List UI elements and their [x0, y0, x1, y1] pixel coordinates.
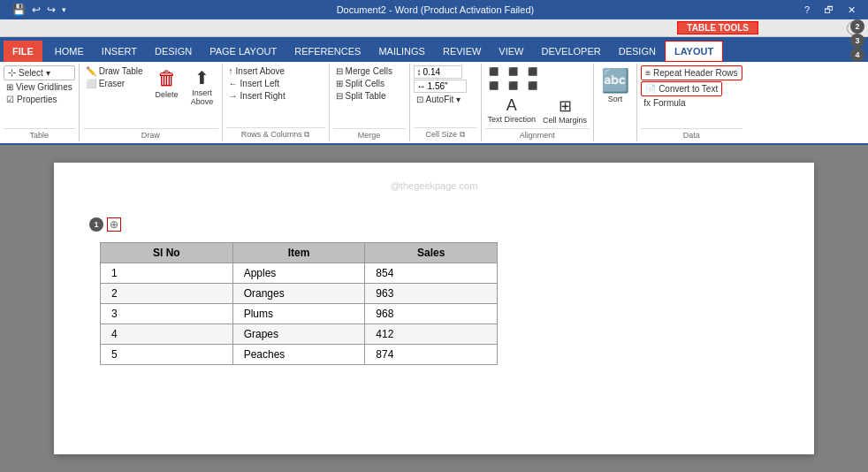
split-cells-icon: ⊞: [336, 79, 343, 88]
watermark: @thegeekpage.com: [391, 180, 478, 191]
autofit-button[interactable]: ⊡ AutoFit ▾: [414, 94, 463, 105]
customize-btn[interactable]: ▾: [60, 5, 68, 14]
merge-cells-icon: ⊟: [336, 66, 343, 76]
alignment-group-label: Alignment: [485, 128, 590, 140]
draw-table-button[interactable]: ✏️ Draw Table: [83, 65, 146, 77]
restore-btn[interactable]: 🗗: [819, 4, 839, 16]
insert-above-small-icon: ↑: [229, 66, 233, 76]
cell-item: Grapes: [232, 324, 365, 345]
split-cells-button[interactable]: ⊞ Split Cells: [333, 78, 387, 89]
cell-item: Peaches: [232, 345, 365, 365]
draw-table-icon: ✏️: [86, 66, 96, 76]
ribbon-group-data: ≡ Repeat Header Rows 📄 Convert to Text f…: [637, 64, 745, 141]
tab-layout[interactable]: LAYOUT: [665, 41, 723, 62]
text-direction-button[interactable]: A Text Direction: [485, 95, 539, 126]
tab-insert[interactable]: INSERT: [93, 41, 146, 62]
ribbon-group-merge: ⊟ Merge Cells ⊞ Split Cells ⊟ Split Tabl…: [330, 64, 410, 141]
quick-access-toolbar[interactable]: 💾 ↩ ↪ ▾: [7, 0, 72, 19]
table-row: 5 Peaches 874: [101, 345, 498, 365]
cell-item: Apples: [232, 263, 365, 284]
align-middle-left-button[interactable]: ⬛: [485, 80, 503, 92]
align-middle-center-button[interactable]: ⬛: [505, 80, 522, 92]
ribbon-group-cell-size: ↕ ↔ ⊡ AutoFit ▾ Cell Size ⧉: [410, 64, 482, 141]
cell-sl: 4: [101, 324, 233, 345]
insert-right-button[interactable]: → Insert Right: [226, 90, 288, 102]
window-title: Document2 - Word (Product Activation Fai…: [72, 4, 799, 15]
cell-sales: 963: [365, 284, 498, 304]
align-top-right-button[interactable]: ⬛: [524, 65, 542, 78]
tab-home[interactable]: HOME: [46, 41, 93, 62]
cell-sales: 412: [365, 324, 498, 345]
tab-view[interactable]: VIEW: [490, 41, 532, 62]
eraser-icon: ⬜: [86, 79, 96, 88]
align-top-center-button[interactable]: ⬛: [505, 65, 522, 78]
cell-margins-button[interactable]: ⊞ Cell Margins: [540, 95, 590, 126]
table-row: 1 Apples 854: [101, 263, 498, 284]
cell-item: Plums: [232, 304, 365, 324]
merge-cells-button[interactable]: ⊟ Merge Cells: [333, 65, 395, 77]
ribbon-group-rows-columns: ↑ Insert Above ← Insert Left → Insert Ri…: [223, 64, 330, 141]
tab-mailings[interactable]: MAILINGS: [369, 41, 434, 62]
delete-button[interactable]: 🗑 Delete: [151, 65, 183, 101]
header-sales: Sales: [365, 243, 498, 263]
autofit-icon: ⊡: [416, 95, 423, 104]
properties-button[interactable]: ☑ Properties: [4, 94, 75, 105]
data-group-label: Data: [641, 128, 742, 140]
tab-review[interactable]: REVIEW: [434, 41, 490, 62]
table-move-handle[interactable]: ⊕: [107, 217, 121, 232]
tab-references[interactable]: REFERENCES: [286, 41, 369, 62]
select-icon: ⊹: [8, 67, 16, 79]
table-tools-label: TABLE TOOLS: [677, 21, 758, 34]
split-table-icon: ⊟: [336, 91, 343, 101]
formula-button[interactable]: fx Formula: [641, 97, 688, 109]
cell-sl: 1: [101, 263, 233, 284]
sort-icon: 🔤: [601, 67, 629, 95]
eraser-button[interactable]: ⬜ Eraser: [83, 78, 146, 89]
gridlines-icon: ⊞: [6, 82, 13, 92]
select-button[interactable]: ⊹ Select ▾: [4, 65, 75, 80]
data-table: Sl No Item Sales 1 Apples 854 2 Oranges …: [100, 242, 498, 365]
insert-above-icon: ⬆: [194, 67, 209, 88]
document-page: @thegeekpage.com 1 ⊕ Sl No Item Sales 1 …: [54, 163, 814, 454]
redo-btn[interactable]: ↪: [45, 4, 57, 16]
formula-icon: fx: [643, 98, 651, 108]
ribbon-group-sort: 🔤 Sort: [594, 64, 637, 141]
close-btn[interactable]: ✕: [842, 4, 861, 16]
ribbon: ⊹ Select ▾ ⊞ View Gridlines ☑ Properties…: [0, 62, 868, 145]
help-icon[interactable]: ?: [847, 21, 861, 35]
save-btn[interactable]: 💾: [11, 4, 27, 16]
draw-group-label: Draw: [83, 128, 218, 140]
table-row: 3 Plums 968: [101, 304, 498, 324]
insert-above-button[interactable]: ⬆ InsertAbove: [187, 65, 218, 108]
header-sl-no: Sl No: [101, 243, 233, 263]
insert-left-button[interactable]: ← Insert Left: [226, 78, 282, 89]
repeat-header-rows-button[interactable]: ≡ Repeat Header Rows: [641, 65, 742, 80]
align-top-left-button[interactable]: ⬛: [485, 65, 503, 78]
ribbon-group-alignment: ⬛ ⬛ ⬛ ⬛ ⬛ ⬛ A Text Direction ⊞ Ce: [482, 64, 595, 141]
repeat-header-icon: ≡: [645, 68, 651, 78]
insert-above-small-button[interactable]: ↑ Insert Above: [226, 65, 288, 77]
cell-sales: 854: [365, 263, 498, 284]
delete-icon: 🗑: [157, 67, 177, 90]
view-gridlines-button[interactable]: ⊞ View Gridlines: [4, 81, 75, 93]
tab-design[interactable]: DESIGN: [146, 41, 201, 62]
align-middle-right-button[interactable]: ⬛: [524, 80, 542, 92]
table-group-label: Table: [4, 128, 75, 140]
table-row: 4 Grapes 412: [101, 324, 498, 345]
ribbon-tabs: FILE HOME INSERT DESIGN PAGE LAYOUT REFE…: [0, 37, 868, 62]
col-width-input[interactable]: [428, 81, 463, 91]
insert-right-icon: →: [229, 91, 238, 101]
tab-page-layout[interactable]: PAGE LAYOUT: [201, 41, 286, 62]
convert-to-text-button[interactable]: 📄 Convert to Text: [641, 81, 722, 96]
ribbon-group-table: ⊹ Select ▾ ⊞ View Gridlines ☑ Properties…: [0, 64, 80, 141]
cell-item: Oranges: [232, 284, 365, 304]
undo-btn[interactable]: ↩: [30, 4, 42, 16]
tab-developer[interactable]: DEVELOPER: [532, 41, 609, 62]
tab-design2[interactable]: DESIGN: [610, 41, 665, 62]
tab-file[interactable]: FILE: [4, 41, 42, 62]
split-table-button[interactable]: ⊟ Split Table: [333, 90, 389, 102]
help-btn[interactable]: ?: [799, 4, 815, 16]
cell-sl: 2: [101, 284, 233, 304]
sort-button[interactable]: 🔤 Sort: [598, 65, 633, 105]
row-height-input[interactable]: [423, 67, 459, 77]
